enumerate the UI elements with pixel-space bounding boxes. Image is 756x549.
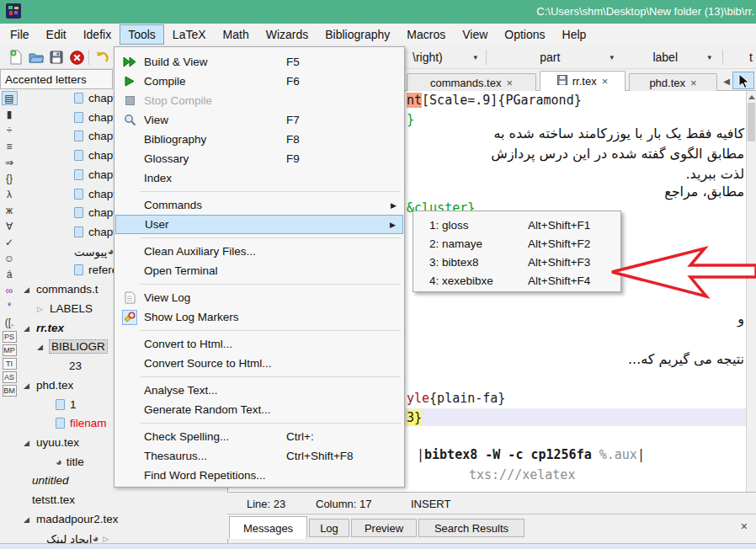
menu-item-open-terminal[interactable]: Open Terminal [115,261,403,280]
menubar-item-macros[interactable]: Macros [398,24,454,45]
tab-close-icon[interactable]: × [602,75,609,88]
menu-item-commands[interactable]: Commands▶ [115,195,403,215]
tab-close-icon[interactable]: × [690,77,697,89]
menu-item-thesaurus[interactable]: Thesaurus...Ctrl+Shift+F8 [115,446,403,466]
menubar-item-view[interactable]: View [454,24,496,45]
symbol-panel-button-13[interactable]: * [2,299,18,313]
menu-item-convert-to-html[interactable]: Convert to Html... [115,334,403,354]
symbol-panel-button-8[interactable]: ∀ [2,219,18,233]
menu-item-shortcut: F5 [286,56,300,68]
menu-item-analyse-text[interactable]: Analyse Text... [115,381,403,400]
open-file-button[interactable] [27,48,45,67]
menubar-item-bibliography[interactable]: Bibliography [317,24,398,45]
menubar-item-latex[interactable]: LaTeX [164,24,215,45]
tree-collapsed-icon[interactable]: ▷ [37,305,47,313]
menu-item-user[interactable]: User▶ [115,215,403,234]
symbol-panel-button-7[interactable]: ж [2,203,18,217]
symbol-panel-button-ti[interactable]: TI [3,358,17,370]
tree-item-tetstt-tex[interactable]: tetstt.tex [19,491,227,509]
menubar-item-edit[interactable]: Edit [38,24,75,45]
build-view-icon [121,54,138,71]
symbol-panel-button-6[interactable]: λ [2,187,18,201]
sectioning-combo[interactable]: part ▾ [490,48,618,67]
label-combo[interactable]: label ▾ [623,48,716,67]
menu-item-view[interactable]: ViewF7 [115,110,403,130]
tree-expanded-icon[interactable]: ◢ [37,343,47,351]
menubar-item-wizards[interactable]: Wizards [258,24,317,45]
tree-item-madadpour2-tex[interactable]: ◢madadpour2.tex [19,510,227,528]
tab-scroll-right-button[interactable] [732,72,754,89]
menu-item-label: Convert to Html... [144,338,232,350]
scrollbar-thumb[interactable] [748,103,755,141]
panel-tab-messages[interactable]: Messages [229,516,307,539]
symbol-panel-button-2[interactable]: ÷ [2,123,18,137]
tab-phd-tex[interactable]: phd.tex× [629,73,717,91]
menu-item-convert-source-to-html[interactable]: Convert Source to Html... [115,354,403,373]
save-button[interactable] [47,48,66,67]
scroll-up-icon[interactable] [748,93,756,101]
textsize-combo[interactable]: t [744,48,756,67]
menubar-item-idefix[interactable]: Idefix [75,24,120,45]
symbol-panel-button-5[interactable]: {} [2,171,18,185]
menu-item-view-log[interactable]: View Log [115,288,403,307]
panel-tab-preview[interactable]: Preview [351,519,417,537]
submenu-item-2-namaye[interactable]: 2: namayeAlt+Shift+F2 [414,234,620,253]
symbol-panel-button-3[interactable]: ≡ [2,139,18,153]
tab-close-icon[interactable]: × [506,77,513,89]
symbol-panel-button-mp[interactable]: MP [3,344,17,356]
undo-button[interactable] [93,48,111,67]
tab-rr-tex[interactable]: rr.tex× [540,71,626,91]
tree-expanded-icon[interactable]: ◢ [24,324,34,333]
symbol-panel-button-ps[interactable]: PS [3,331,17,343]
panel-tab-search-results[interactable]: Search Results [418,519,524,537]
symbol-panel-button-4[interactable]: ⇒ [2,155,18,169]
menu-item-glossary[interactable]: GlossaryF9 [115,149,403,168]
menu-item-index[interactable]: Index [115,168,403,188]
panel-close-icon[interactable]: × [741,520,748,533]
symbol-panel-button-as[interactable]: AS [3,371,17,383]
menubar-item-options[interactable]: Options [496,24,553,45]
chevron-down-icon: ▾ [707,53,716,61]
tab-commands-tex[interactable]: commands.tex× [407,73,536,91]
symbol-panel-selector[interactable]: Accented letters [0,69,113,89]
menu-item-check-spelling[interactable]: Check Spelling...Ctrl+: [115,427,403,446]
submenu-item-1-gloss[interactable]: 1: glossAlt+Shift+F1 [414,216,620,234]
new-file-button[interactable] [7,48,25,67]
symbol-panel-button-9[interactable]: ✓ [2,235,18,249]
menu-item-build-view[interactable]: Build & ViewF5 [115,52,403,72]
tree-expanded-icon[interactable]: ◢ [24,381,34,390]
symbol-panel-button-10[interactable]: ☺ [2,251,18,265]
menu-item-label: Analyse Text... [144,384,218,397]
submenu-item-4-xexebibxe[interactable]: 4: xexebibxeAlt+Shift+F4 [414,271,620,290]
menu-item-show-log-markers[interactable]: Show Log Markers [115,307,403,327]
symbol-panel-button-bm[interactable]: BM [3,385,17,397]
menubar-item-tools[interactable]: Tools [120,24,164,45]
tab-scroll-left-icon[interactable]: ◀ [721,75,732,87]
menubar-item-math[interactable]: Math [215,24,258,45]
menubar-item-help[interactable]: Help [554,24,595,45]
math-delimiter-combo[interactable]: \right) ▾ [407,48,482,67]
menu-item-clean-auxiliary-files[interactable]: Clean Auxiliary Files... [115,242,403,261]
submenu-item-3-bibtex8[interactable]: 3: bibtex8Alt+Shift+F3 [414,253,620,271]
symbol-panel-button-11[interactable]: á [2,267,18,281]
menu-item-compile[interactable]: CompileF6 [115,72,403,91]
editor-scrollbar[interactable] [746,91,756,509]
file-icon [74,227,83,237]
close-button[interactable] [67,48,86,67]
symbol-panel-button-12[interactable]: ∞ [2,283,18,297]
submenu-item-shortcut: Alt+Shift+F4 [528,274,590,287]
tree-expanded-icon[interactable]: ◢ [24,515,34,524]
tree-collapsed-icon[interactable]: ▷ [103,535,113,543]
menu-item-generate-random-text[interactable]: Generate Random Text... [115,400,403,419]
panel-tab-log[interactable]: Log [309,519,349,537]
menu-item-find-word-repetitions[interactable]: Find Word Repetitions... [115,466,403,485]
symbol-panel-button-1[interactable]: ▮ [2,107,18,121]
menu-item-label: User [145,218,169,231]
menu-item-bibliography[interactable]: BibliographyF8 [115,130,403,149]
menubar-item-file[interactable]: File [2,24,38,45]
submenu-item-label: 2: namaye [429,237,482,250]
symbol-panel-button-0[interactable]: ▤ [2,91,18,105]
tree-expanded-icon[interactable]: ◢ [24,439,34,447]
symbol-panel-button-14[interactable]: ([. [2,315,18,329]
tree-expanded-icon[interactable]: ◢ [24,285,34,294]
